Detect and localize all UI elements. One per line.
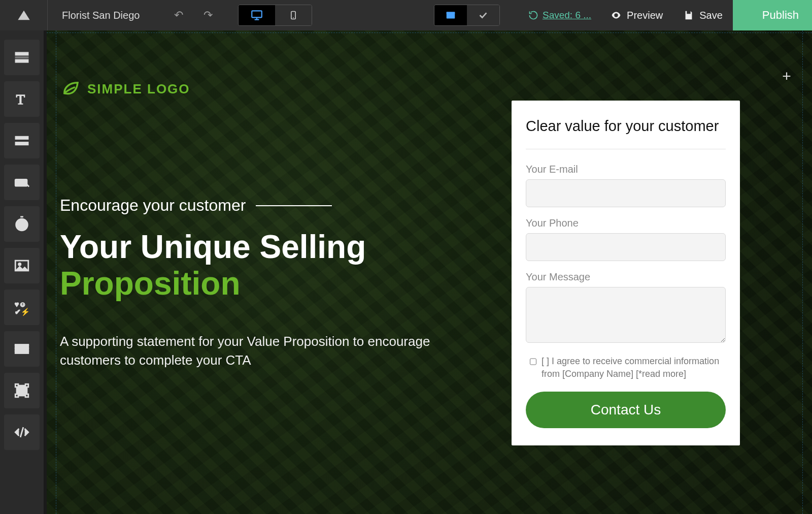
add-element-button[interactable]: + bbox=[776, 66, 797, 86]
device-preview-toggle bbox=[238, 5, 312, 26]
field-message: Your Message bbox=[526, 271, 726, 345]
device-desktop-button[interactable] bbox=[239, 5, 275, 25]
svg-rect-11 bbox=[15, 137, 28, 140]
svg-rect-13 bbox=[15, 179, 27, 186]
top-toolbar: Florist San Diego ↶ ↷ Saved: 6 ... Previ… bbox=[0, 0, 812, 30]
check-mode-button[interactable] bbox=[467, 5, 499, 25]
hero-headline[interactable]: Your Unique Selling Proposition bbox=[60, 229, 501, 302]
publish-label: Publish bbox=[762, 9, 799, 22]
section-icon bbox=[13, 49, 30, 66]
tool-button[interactable] bbox=[4, 165, 40, 200]
image-icon bbox=[13, 257, 30, 274]
svg-rect-12 bbox=[15, 142, 28, 145]
email-label: Your E-mail bbox=[526, 164, 726, 175]
site-logo-text: SIMPLE LOGO bbox=[87, 81, 190, 97]
tool-timer[interactable] bbox=[4, 206, 40, 242]
device-mobile-button[interactable] bbox=[275, 5, 312, 25]
leaf-icon bbox=[60, 78, 81, 100]
shape-icon bbox=[13, 382, 30, 399]
svg-rect-21 bbox=[15, 384, 18, 387]
hero-tagline[interactable]: Encourage your customer bbox=[60, 196, 501, 215]
form-heading[interactable]: Clear value for your customer bbox=[526, 118, 726, 149]
tool-code[interactable] bbox=[4, 414, 40, 450]
text-icon: T bbox=[13, 90, 30, 108]
phone-label: Your Phone bbox=[526, 217, 726, 229]
svg-rect-8 bbox=[15, 57, 28, 58]
topbar-right: Saved: 6 ... Preview Save Publish bbox=[519, 0, 812, 30]
icons-icon: ♥☺✔⚡ bbox=[13, 299, 30, 316]
message-label: Your Message bbox=[526, 271, 726, 283]
tool-video[interactable] bbox=[4, 331, 40, 367]
svg-rect-22 bbox=[25, 384, 28, 387]
eye-icon bbox=[611, 10, 622, 21]
tool-image[interactable] bbox=[4, 248, 40, 283]
layout-icon bbox=[445, 10, 456, 21]
app-logo[interactable] bbox=[0, 0, 48, 30]
phone-input[interactable] bbox=[526, 233, 726, 261]
field-phone: Your Phone bbox=[526, 217, 726, 261]
svg-point-16 bbox=[18, 263, 21, 266]
editor-canvas[interactable]: + SIMPLE LOGO Encourage your customer Yo… bbox=[47, 30, 812, 514]
hero-subcopy[interactable]: A supporting statement for your Value Pr… bbox=[60, 332, 435, 369]
publish-button[interactable]: Publish bbox=[733, 0, 812, 30]
tool-text[interactable]: T bbox=[4, 81, 40, 117]
preview-button[interactable]: Preview bbox=[600, 0, 673, 30]
left-toolbar: T ♥☺✔⚡ bbox=[0, 30, 44, 514]
video-icon bbox=[13, 340, 30, 358]
save-icon bbox=[683, 10, 694, 21]
tool-section[interactable] bbox=[4, 40, 40, 75]
svg-rect-9 bbox=[15, 59, 28, 62]
svg-text:♥☺: ♥☺ bbox=[15, 300, 26, 308]
field-email: Your E-mail bbox=[526, 164, 726, 207]
tagline-divider bbox=[256, 205, 332, 206]
tool-icons[interactable]: ♥☺✔⚡ bbox=[4, 290, 40, 325]
svg-rect-23 bbox=[15, 394, 18, 397]
submit-button[interactable]: Contact Us bbox=[526, 392, 726, 428]
save-label: Save bbox=[699, 10, 723, 21]
save-button[interactable]: Save bbox=[673, 0, 733, 30]
svg-rect-0 bbox=[252, 11, 262, 17]
layout-mode-button[interactable] bbox=[434, 5, 467, 25]
saved-status[interactable]: Saved: 6 ... bbox=[519, 10, 600, 21]
consent-row: [ ] I agree to receive commercial inform… bbox=[530, 355, 726, 380]
form-icon bbox=[13, 132, 30, 149]
check-icon bbox=[478, 10, 489, 21]
hero-left-column: SIMPLE LOGO Encourage your customer Your… bbox=[60, 76, 501, 514]
history-controls: ↶ ↷ bbox=[154, 9, 228, 22]
message-input[interactable] bbox=[526, 287, 726, 343]
svg-text:✔⚡: ✔⚡ bbox=[15, 307, 30, 316]
history-icon bbox=[528, 10, 538, 20]
svg-text:T: T bbox=[16, 91, 25, 107]
headline-line2: Proposition bbox=[60, 265, 241, 302]
redo-button[interactable]: ↷ bbox=[204, 9, 213, 22]
code-icon bbox=[13, 424, 30, 441]
tagline-text: Encourage your customer bbox=[60, 196, 246, 215]
tool-shape[interactable] bbox=[4, 373, 40, 408]
preview-label: Preview bbox=[627, 10, 663, 21]
tool-form[interactable] bbox=[4, 123, 40, 158]
view-mode-toggle bbox=[434, 5, 500, 26]
consent-text: [ ] I agree to receive commercial inform… bbox=[542, 355, 726, 380]
upload-icon bbox=[746, 10, 757, 21]
saved-label: Saved: 6 ... bbox=[543, 10, 591, 21]
contact-form-card[interactable]: Clear value for your customer Your E-mai… bbox=[512, 101, 740, 445]
project-title[interactable]: Florist San Diego bbox=[48, 10, 154, 21]
svg-rect-7 bbox=[15, 52, 28, 55]
desktop-icon bbox=[250, 9, 263, 22]
undo-button[interactable]: ↶ bbox=[174, 9, 183, 22]
email-input[interactable] bbox=[526, 179, 726, 207]
hero-section: SIMPLE LOGO Encourage your customer Your… bbox=[47, 30, 812, 514]
headline-line1: Your Unique Selling bbox=[60, 229, 366, 265]
timer-icon bbox=[13, 215, 30, 233]
button-icon bbox=[13, 174, 30, 191]
site-logo[interactable]: SIMPLE LOGO bbox=[60, 78, 501, 100]
app-logo-icon bbox=[17, 8, 31, 22]
mobile-icon bbox=[288, 9, 298, 22]
svg-rect-24 bbox=[25, 394, 28, 397]
consent-checkbox[interactable] bbox=[530, 357, 536, 366]
svg-rect-6 bbox=[447, 12, 455, 14]
